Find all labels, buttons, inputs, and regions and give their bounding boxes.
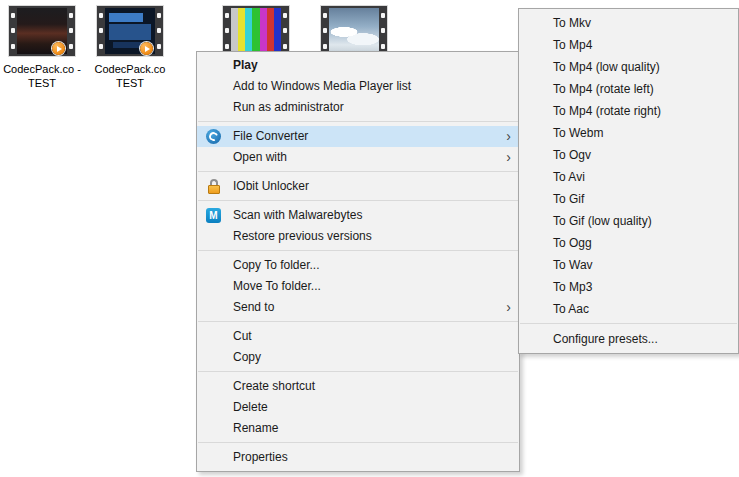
menu-item-run-as-administrator[interactable]: Run as administrator xyxy=(197,97,519,118)
menu-separator xyxy=(198,121,518,122)
menu-item-create-shortcut[interactable]: Create shortcut xyxy=(197,376,519,397)
context-menu: Play Add to Windows Media Player list Ru… xyxy=(196,51,520,472)
submenu-item-to-ogv[interactable]: To Ogv xyxy=(519,144,738,166)
menu-separator xyxy=(520,323,737,324)
filmstrip-sprockets xyxy=(223,8,231,54)
menu-item-iobit-unlocker[interactable]: IObit Unlocker xyxy=(197,176,519,197)
file-converter-submenu: To Mkv To Mp4 To Mp4 (low quality) To Mp… xyxy=(518,8,739,354)
video-thumbnail[interactable] xyxy=(321,6,387,56)
menu-item-add-to-wmp-list[interactable]: Add to Windows Media Player list xyxy=(197,76,519,97)
filmstrip-sprockets xyxy=(67,8,75,54)
menu-item-send-to[interactable]: Send to › xyxy=(197,297,519,318)
menu-item-move-to-folder[interactable]: Move To folder... xyxy=(197,276,519,297)
filmstrip-sprockets xyxy=(321,8,329,54)
menu-item-play[interactable]: Play xyxy=(197,55,519,76)
menu-separator xyxy=(198,200,518,201)
submenu-item-to-mp3[interactable]: To Mp3 xyxy=(519,276,738,298)
submenu-item-to-aac[interactable]: To Aac xyxy=(519,298,738,320)
iobit-unlocker-icon xyxy=(206,179,221,194)
filmstrip-sprockets xyxy=(97,8,105,54)
chevron-right-icon: › xyxy=(506,126,511,147)
play-overlay-icon xyxy=(52,42,65,55)
menu-item-scan-with-malwarebytes[interactable]: M Scan with Malwarebytes xyxy=(197,205,519,226)
submenu-item-to-gif[interactable]: To Gif xyxy=(519,188,738,210)
submenu-item-to-gif-low-quality[interactable]: To Gif (low quality) xyxy=(519,210,738,232)
menu-item-rename[interactable]: Rename xyxy=(197,418,519,439)
submenu-item-to-webm[interactable]: To Webm xyxy=(519,122,738,144)
chevron-right-icon: › xyxy=(506,147,511,168)
file-name-label: CodecPack.co TEST xyxy=(95,62,166,90)
menu-item-restore-previous-versions[interactable]: Restore previous versions xyxy=(197,226,519,247)
menu-item-open-with[interactable]: Open with › xyxy=(197,147,519,168)
submenu-item-to-mkv[interactable]: To Mkv xyxy=(519,12,738,34)
menu-separator xyxy=(198,250,518,251)
menu-item-properties[interactable]: Properties xyxy=(197,447,519,468)
desktop-file-video-4[interactable] xyxy=(308,6,400,56)
submenu-item-to-avi[interactable]: To Avi xyxy=(519,166,738,188)
video-frame-preview xyxy=(231,8,281,54)
menu-item-copy-to-folder[interactable]: Copy To folder... xyxy=(197,255,519,276)
menu-item-delete[interactable]: Delete xyxy=(197,397,519,418)
submenu-item-to-wav[interactable]: To Wav xyxy=(519,254,738,276)
desktop-file-video-1[interactable]: CodecPack.co - TEST xyxy=(0,6,88,90)
video-frame-preview xyxy=(329,8,379,54)
file-converter-icon xyxy=(206,129,221,144)
chevron-right-icon: › xyxy=(506,297,511,318)
desktop-file-video-2[interactable]: CodecPack.co TEST xyxy=(84,6,176,90)
menu-separator xyxy=(198,321,518,322)
submenu-item-to-mp4-rotate-left[interactable]: To Mp4 (rotate left) xyxy=(519,78,738,100)
menu-separator xyxy=(198,442,518,443)
filmstrip-sprockets xyxy=(9,8,17,54)
video-frame-preview xyxy=(17,8,67,54)
filmstrip-sprockets xyxy=(155,8,163,54)
video-thumbnail[interactable] xyxy=(97,6,163,56)
malwarebytes-icon: M xyxy=(206,208,221,223)
menu-separator xyxy=(198,371,518,372)
desktop-file-video-3[interactable] xyxy=(210,6,302,56)
menu-item-cut[interactable]: Cut xyxy=(197,326,519,347)
menu-separator xyxy=(198,171,518,172)
video-thumbnail[interactable] xyxy=(223,6,289,56)
video-frame-preview xyxy=(105,8,155,54)
submenu-item-to-mp4-low-quality[interactable]: To Mp4 (low quality) xyxy=(519,56,738,78)
filmstrip-sprockets xyxy=(281,8,289,54)
filmstrip-sprockets xyxy=(379,8,387,54)
menu-item-file-converter[interactable]: File Converter › xyxy=(197,126,519,147)
submenu-item-to-mp4[interactable]: To Mp4 xyxy=(519,34,738,56)
play-overlay-icon xyxy=(140,42,153,55)
file-name-label: CodecPack.co - TEST xyxy=(3,62,81,90)
video-thumbnail[interactable] xyxy=(9,6,75,56)
menu-item-copy[interactable]: Copy xyxy=(197,347,519,368)
submenu-item-to-ogg[interactable]: To Ogg xyxy=(519,232,738,254)
submenu-item-configure-presets[interactable]: Configure presets... xyxy=(519,328,738,350)
submenu-item-to-mp4-rotate-right[interactable]: To Mp4 (rotate right) xyxy=(519,100,738,122)
